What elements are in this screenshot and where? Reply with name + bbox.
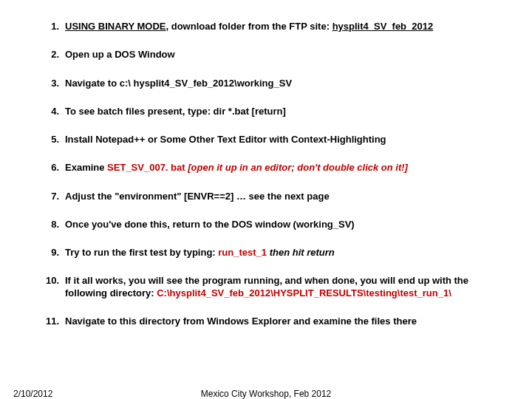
text: Try to run the first test by typing: [65,247,218,258]
list-item: 1. USING BINARY MODE, download folder fr… [44,21,497,33]
text-red-italic: [open it up in an editor; don't double c… [185,162,408,173]
item-content: Open up a DOS Window [65,49,497,61]
text: Examine [65,162,107,173]
list-item: 9. Try to run the first test by typing: … [44,247,497,259]
item-number: 5. [44,134,65,146]
text: , download folder from the FTP site: [166,21,332,32]
list-item: 10. If it all works, you will see the pr… [44,275,497,299]
list-item: 5. Install Notepad++ or Some Other Text … [44,134,497,146]
item-content: If it all works, you will see the progra… [65,275,497,299]
item-content: Install Notepad++ or Some Other Text Edi… [65,134,497,146]
item-number: 8. [44,219,65,231]
item-number: 2. [44,49,65,61]
item-number: 9. [44,247,65,259]
item-number: 11. [44,316,65,327]
text-underlined: hysplit4_SV_feb_2012 [332,21,434,32]
item-number: 3. [44,78,65,89]
item-content: Navigate to c:\ hysplit4_SV_feb_2012\wor… [65,78,497,89]
item-number: 1. [44,21,65,33]
item-content: Adjust the "environment" [ENVR==2] … see… [65,191,497,202]
list-item: 2. Open up a DOS Window [44,49,497,61]
item-content: Try to run the first test by typing: run… [65,247,497,259]
item-content: USING BINARY MODE, download folder from … [65,21,497,33]
item-content: Navigate to this directory from Windows … [65,316,497,327]
item-number: 4. [44,106,65,117]
list-item: 6. Examine SET_SV_007. bat [open it up i… [44,162,497,174]
item-number: 6. [44,162,65,174]
list-item: 7. Adjust the "environment" [ENVR==2] … … [44,191,497,202]
footer-title: Mexico City Workshop, Feb 2012 [0,389,532,399]
list-item: 4. To see batch files present, type: dir… [44,106,497,117]
slide-body: 1. USING BINARY MODE, download folder fr… [0,0,532,327]
item-content: To see batch files present, type: dir *.… [65,106,497,117]
text-red: SET_SV_007. bat [107,162,185,173]
item-content: Examine SET_SV_007. bat [open it up in a… [65,162,497,174]
list-item: 11. Navigate to this directory from Wind… [44,316,497,327]
item-number: 7. [44,191,65,202]
item-content: Once you've done this, return to the DOS… [65,219,497,231]
list-item: 3. Navigate to c:\ hysplit4_SV_feb_2012\… [44,78,497,89]
list-item: 8. Once you've done this, return to the … [44,219,497,231]
text-red: C:\hysplit4_SV_feb_2012\HYSPLIT_RESULTS\… [157,287,451,299]
text-italic: then hit return [267,247,335,258]
text-red: run_test_1 [218,247,267,258]
item-number: 10. [44,275,65,299]
text-underlined: USING BINARY MODE [65,21,166,32]
